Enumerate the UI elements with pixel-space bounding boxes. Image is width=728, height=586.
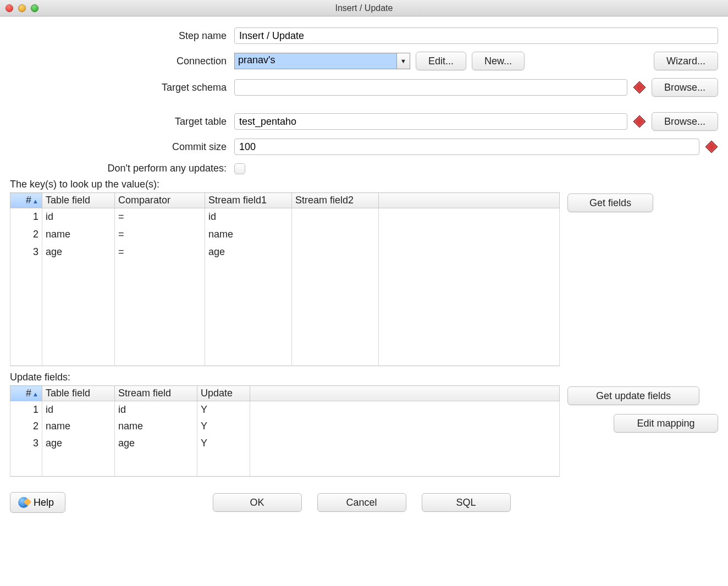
cancel-button[interactable]: Cancel	[317, 493, 406, 512]
keys-col-stream1[interactable]: Stream field1	[205, 193, 292, 208]
ok-button[interactable]: OK	[213, 493, 302, 512]
step-name-input[interactable]	[234, 27, 718, 44]
keys-col-table-field[interactable]: Table field	[42, 193, 115, 208]
sql-button[interactable]: SQL	[422, 493, 511, 512]
keys-section-label: The key(s) to look up the value(s):	[10, 179, 718, 190]
table-row[interactable]	[10, 278, 560, 366]
commit-size-label: Commit size	[10, 141, 234, 153]
chevron-down-icon[interactable]: ▼	[396, 53, 410, 69]
table-row[interactable]: 1 id = id	[10, 208, 560, 226]
target-schema-label: Target schema	[10, 82, 234, 93]
new-connection-button[interactable]: New...	[472, 52, 525, 70]
browse-table-button[interactable]: Browse...	[652, 112, 718, 131]
keys-col-comparator[interactable]: Comparator	[115, 193, 205, 208]
table-row[interactable]: 2 name name Y	[10, 418, 560, 435]
commit-size-input[interactable]	[234, 139, 699, 155]
connection-label: Connection	[10, 56, 234, 67]
keys-col-num[interactable]: #▲	[10, 193, 42, 208]
dialog-body: Step name Connection pranav's ▼ Edit... …	[0, 16, 728, 483]
get-fields-button[interactable]: Get fields	[567, 194, 653, 212]
browse-schema-button[interactable]: Browse...	[652, 78, 718, 97]
variable-icon[interactable]	[705, 141, 718, 153]
update-section-label: Update fields:	[10, 372, 718, 383]
keys-col-stream2[interactable]: Stream field2	[292, 193, 379, 208]
update-col-num[interactable]: #▲	[10, 386, 42, 401]
table-row[interactable]	[10, 261, 560, 278]
wizard-button[interactable]: Wizard...	[654, 52, 718, 70]
table-row[interactable]: 3 age age Y	[10, 435, 560, 452]
table-row[interactable]: 3 age = age	[10, 243, 560, 261]
get-update-fields-button[interactable]: Get update fields	[567, 386, 699, 405]
keys-table[interactable]: #▲ Table field Comparator Stream field1 …	[10, 192, 560, 366]
no-updates-checkbox[interactable]	[234, 163, 245, 174]
target-table-label: Target table	[10, 116, 234, 128]
dialog-footer: Help OK Cancel SQL	[0, 483, 728, 524]
edit-connection-button[interactable]: Edit...	[416, 52, 466, 70]
table-row[interactable]	[10, 452, 560, 476]
keys-col-spacer	[379, 193, 560, 208]
help-button[interactable]: Help	[10, 492, 65, 513]
update-col-table-field[interactable]: Table field	[42, 386, 115, 401]
edit-mapping-button[interactable]: Edit mapping	[614, 414, 718, 433]
variable-icon[interactable]	[633, 115, 646, 128]
no-updates-label: Don't perform any updates:	[10, 163, 234, 174]
variable-icon[interactable]	[633, 81, 646, 94]
update-col-stream-field[interactable]: Stream field	[115, 386, 197, 401]
target-schema-input[interactable]	[234, 79, 627, 96]
window-title: Insert / Update	[0, 3, 728, 13]
connection-combo[interactable]: pranav's ▼	[234, 53, 410, 69]
connection-value: pranav's	[235, 53, 396, 69]
titlebar: Insert / Update	[0, 0, 728, 16]
update-col-update[interactable]: Update	[197, 386, 250, 401]
table-row[interactable]: 2 name = name	[10, 225, 560, 243]
update-fields-table[interactable]: #▲ Table field Stream field Update 1 id …	[10, 385, 560, 477]
table-row[interactable]: 1 id id Y	[10, 401, 560, 418]
target-table-input[interactable]	[234, 113, 627, 130]
step-name-label: Step name	[10, 30, 234, 42]
update-col-spacer	[250, 386, 560, 401]
help-icon	[18, 497, 29, 508]
